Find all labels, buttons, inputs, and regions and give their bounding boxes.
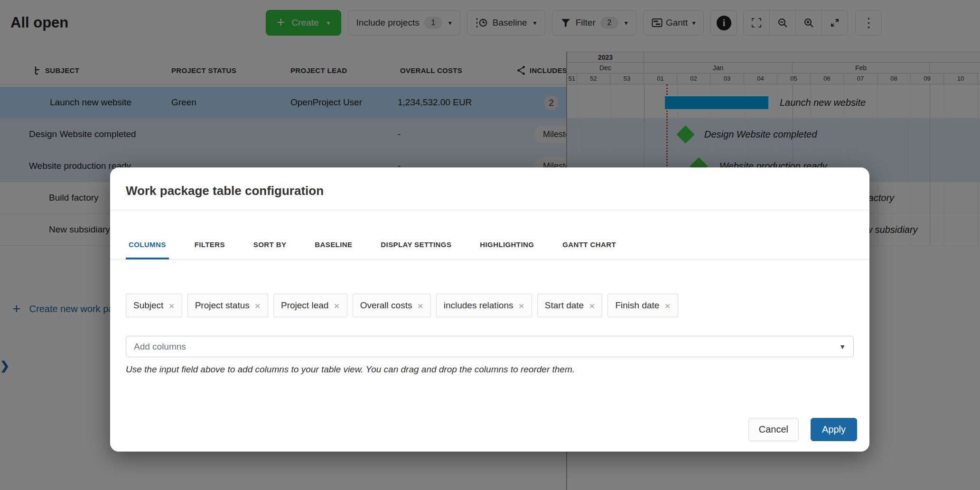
columns-helper-text: Use the input field above to add columns… [126,364,854,375]
cancel-button[interactable]: Cancel [748,418,799,441]
chip-label: Finish date [615,300,659,311]
tab-columns[interactable]: COLUMNS [126,240,169,259]
add-columns-input[interactable] [126,336,853,357]
tab-gantt-chart[interactable]: GANTT CHART [560,240,619,259]
tab-highlighting[interactable]: HIGHLIGHTING [477,240,537,259]
column-chip[interactable]: Overall costs× [353,294,431,317]
chip-label: includes relations [444,300,513,311]
column-chip[interactable]: Start date× [537,294,603,317]
app-root: All open + Create ▾ Include projects 1 ▾ [0,0,980,490]
column-chip[interactable]: includes relations× [436,294,532,317]
modal-footer: Cancel Apply [748,418,857,441]
apply-button[interactable]: Apply [811,418,857,441]
remove-column-icon[interactable]: × [417,301,423,311]
tab-baseline[interactable]: BASELINE [312,240,355,259]
column-chip[interactable]: Subject× [126,294,182,317]
selected-columns-list: Subject× Project status× Project lead× O… [126,294,854,317]
tab-filters[interactable]: FILTERS [192,240,228,259]
modal-title: Work package table configuration [110,167,869,198]
modal-tab-bar: COLUMNS FILTERS SORT BY BASELINE DISPLAY… [110,210,869,259]
column-chip[interactable]: Finish date× [607,294,678,317]
add-columns-field: ▼ [126,336,854,357]
chip-label: Project lead [281,300,328,311]
remove-column-icon[interactable]: × [168,301,174,311]
remove-column-icon[interactable]: × [664,301,670,311]
chip-label: Subject [133,300,163,311]
tab-sort-by[interactable]: SORT BY [251,240,289,259]
chip-label: Project status [195,300,250,311]
remove-column-icon[interactable]: × [334,301,339,311]
column-chip[interactable]: Project status× [187,294,268,317]
column-chip[interactable]: Project lead× [273,294,347,317]
remove-column-icon[interactable]: × [589,301,595,311]
table-configuration-modal: Work package table configuration COLUMNS… [110,167,869,452]
remove-column-icon[interactable]: × [255,301,261,311]
chip-label: Start date [545,300,584,311]
remove-column-icon[interactable]: × [519,301,524,311]
chip-label: Overall costs [360,300,412,311]
dropdown-caret-icon[interactable]: ▼ [839,343,846,351]
tab-display-settings[interactable]: DISPLAY SETTINGS [378,240,454,259]
